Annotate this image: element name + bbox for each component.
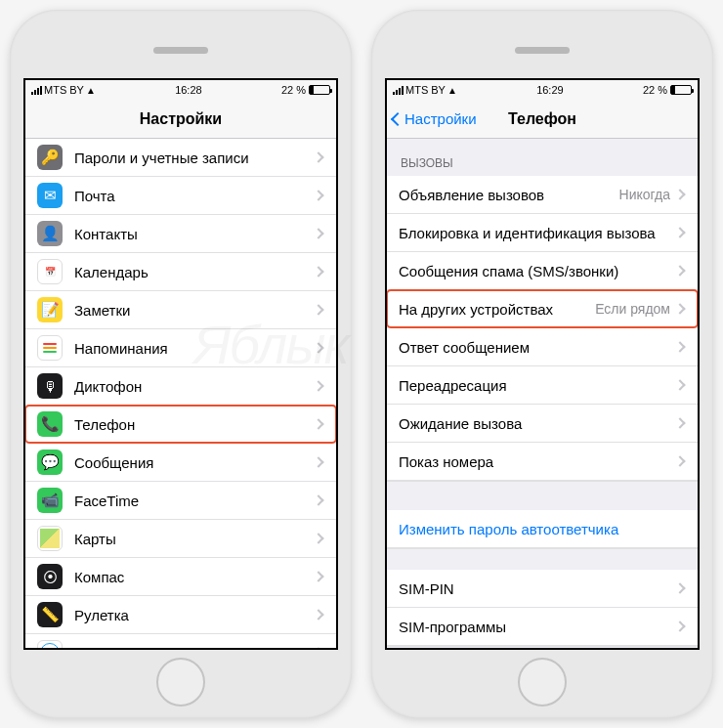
chevron-right-icon	[313, 380, 323, 391]
row-measure[interactable]: 📏 Рулетка	[25, 596, 336, 634]
row-passwords[interactable]: 🔑 Пароли и учетные записи	[25, 139, 336, 177]
chevron-right-icon	[674, 265, 685, 276]
nav-back-label: Настройки	[404, 110, 477, 127]
row-call-forwarding[interactable]: Переадресация	[387, 366, 698, 405]
battery-icon	[670, 85, 692, 95]
row-show-number[interactable]: Показ номера	[387, 443, 698, 481]
row-call-waiting[interactable]: Ожидание вызова	[387, 405, 698, 443]
row-detail: Никогда	[619, 187, 670, 202]
facetime-icon: 📹	[37, 488, 63, 513]
row-label: Safari	[74, 645, 315, 649]
chevron-right-icon	[313, 342, 323, 353]
row-reminders[interactable]: Напоминания	[25, 329, 336, 367]
row-other-devices[interactable]: На других устройствах Если рядом	[387, 290, 698, 328]
nav-bar: Настройки	[25, 100, 336, 139]
chevron-right-icon	[674, 417, 685, 428]
row-voice-memos[interactable]: 🎙 Диктофон	[25, 367, 336, 406]
safari-icon	[37, 640, 63, 648]
chevron-right-icon	[674, 621, 685, 631]
chevron-right-icon	[674, 341, 685, 352]
speaker-slot	[153, 47, 208, 54]
row-spam[interactable]: Сообщения спама (SMS/звонки)	[387, 252, 698, 290]
row-label: Изменить пароль автоответчика	[399, 521, 684, 537]
row-label: Ответ сообщением	[399, 339, 676, 356]
row-safari[interactable]: Safari	[25, 634, 336, 648]
row-label: Сообщения	[74, 454, 315, 471]
measure-icon: 📏	[37, 602, 63, 627]
phone-frame-right: MTS BY ▲ 16:29 22 % Настройки Телефон ВЫ…	[371, 10, 713, 718]
row-label: Объявление вызовов	[399, 187, 619, 203]
battery-icon	[309, 85, 330, 95]
home-button[interactable]	[518, 658, 567, 707]
row-call-blocking[interactable]: Блокировка и идентификация вызова	[387, 214, 698, 252]
row-change-voicemail-password[interactable]: Изменить пароль автоответчика	[387, 510, 698, 548]
row-contacts[interactable]: 👤 Контакты	[25, 215, 336, 253]
settings-list[interactable]: 🔑 Пароли и учетные записи ✉ Почта 👤 Конт…	[25, 139, 336, 648]
row-phone[interactable]: 📞 Телефон	[25, 406, 336, 444]
row-label: FaceTime	[74, 492, 315, 509]
status-bar: MTS BY ▲ 16:28 22 %	[25, 80, 336, 100]
compass-icon: ⦿	[37, 564, 63, 589]
row-label: Заметки	[74, 302, 315, 319]
wifi-icon: ▲	[86, 85, 96, 96]
chevron-right-icon	[313, 494, 323, 505]
battery-pct-label: 22 %	[643, 84, 667, 96]
section-header-calls: ВЫЗОВЫ	[387, 139, 698, 176]
row-calendar[interactable]: 📅 Календарь	[25, 253, 336, 291]
row-label: На других устройствах	[399, 301, 595, 318]
nav-title: Телефон	[508, 110, 576, 128]
row-sim-apps[interactable]: SIM-программы	[387, 608, 698, 646]
maps-icon	[37, 526, 63, 551]
row-facetime[interactable]: 📹 FaceTime	[25, 482, 336, 520]
chevron-right-icon	[313, 609, 323, 620]
chevron-right-icon	[313, 418, 323, 429]
row-label: Напоминания	[74, 340, 315, 357]
home-button[interactable]	[156, 658, 205, 707]
nav-back-button[interactable]: Настройки	[393, 110, 477, 127]
chevron-right-icon	[313, 647, 323, 648]
row-sim-pin[interactable]: SIM-PIN	[387, 570, 698, 608]
battery-pct-label: 22 %	[281, 84, 306, 96]
row-label: Переадресация	[399, 377, 676, 394]
carrier-label: MTS BY	[44, 84, 84, 96]
row-label: Ожидание вызова	[399, 415, 676, 432]
row-label: SIM-программы	[399, 619, 676, 635]
chevron-right-icon	[313, 456, 323, 467]
carrier-label: MTS BY	[405, 84, 446, 96]
row-messages[interactable]: 💬 Сообщения	[25, 444, 336, 482]
chevron-right-icon	[674, 189, 685, 199]
chevron-right-icon	[674, 379, 685, 390]
row-label: Телефон	[74, 416, 315, 433]
row-label: Показ номера	[399, 453, 676, 470]
row-label: SIM-PIN	[399, 580, 676, 597]
row-respond-with-text[interactable]: Ответ сообщением	[387, 328, 698, 366]
speaker-slot	[515, 47, 570, 54]
wifi-icon: ▲	[447, 85, 457, 96]
row-compass[interactable]: ⦿ Компас	[25, 558, 336, 596]
chevron-right-icon	[313, 304, 323, 315]
phone-settings-list[interactable]: ВЫЗОВЫ Объявление вызовов Никогда Блокир…	[387, 139, 698, 648]
phone-frame-left: MTS BY ▲ 16:28 22 % Настройки 🔑 Пароли и…	[10, 10, 352, 718]
passwords-icon: 🔑	[37, 145, 63, 170]
row-mail[interactable]: ✉ Почта	[25, 177, 336, 215]
chevron-right-icon	[674, 227, 685, 237]
messages-icon: 💬	[37, 450, 63, 475]
chevron-right-icon	[313, 228, 323, 238]
chevron-right-icon	[313, 266, 323, 277]
section-gap	[387, 646, 698, 648]
row-label: Почта	[74, 188, 315, 204]
phone-icon: 📞	[37, 411, 63, 437]
row-label: Календарь	[74, 264, 315, 280]
row-label: Пароли и учетные записи	[74, 150, 315, 166]
mail-icon: ✉	[37, 183, 63, 208]
row-label: Рулетка	[74, 607, 315, 623]
row-notes[interactable]: 📝 Заметки	[25, 291, 336, 329]
row-announce-calls[interactable]: Объявление вызовов Никогда	[387, 176, 698, 214]
clock-label: 16:29	[536, 84, 564, 96]
chevron-right-icon	[674, 455, 685, 466]
row-label: Карты	[74, 531, 315, 547]
chevron-right-icon	[313, 190, 323, 200]
row-maps[interactable]: Карты	[25, 520, 336, 558]
chevron-right-icon	[313, 571, 323, 581]
chevron-right-icon	[313, 533, 323, 543]
